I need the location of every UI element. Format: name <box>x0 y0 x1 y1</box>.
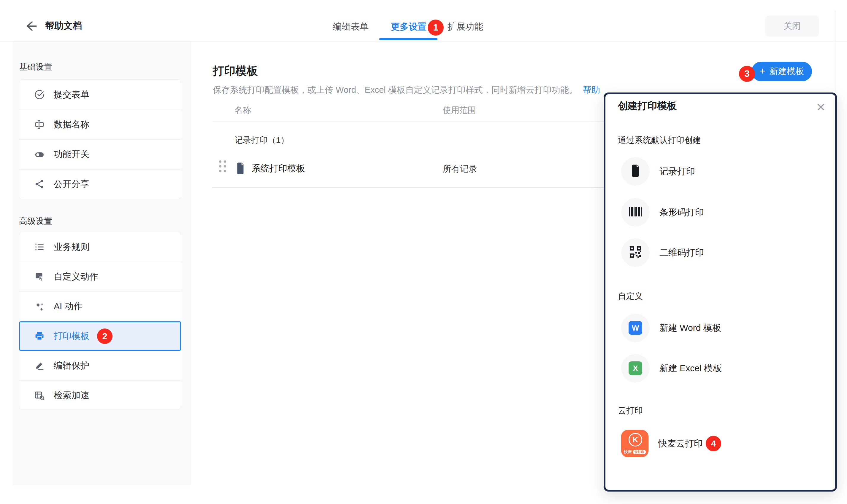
help-link[interactable]: 帮助 <box>583 85 600 94</box>
table-group-label: 记录打印（1） <box>235 134 289 146</box>
sidebar-item-label: 编辑保护 <box>54 360 89 372</box>
annotation-badge-2: 2 <box>97 328 113 344</box>
page-title: 帮助文档 <box>45 20 82 32</box>
toggle-icon <box>34 148 46 160</box>
rename-field-icon <box>34 119 46 130</box>
back-arrow-icon[interactable] <box>23 18 39 34</box>
kuaimai-app-icon: K 快麦 云打印 <box>621 430 649 457</box>
table-search-icon <box>34 390 46 401</box>
kuaimai-logo-caption: 快麦 云打印 <box>621 449 649 454</box>
barcode-icon-circle <box>621 198 650 227</box>
sidebar-item-custom-actions[interactable]: 自定义动作 <box>19 262 181 291</box>
excel-icon: X <box>628 361 642 375</box>
content-description: 保存系统打印配置模板，或上传 Word、Excel 模板自定义记录打印样式，同时… <box>213 84 600 96</box>
sidebar-item-feature-toggle[interactable]: 功能开关 <box>19 139 181 169</box>
content-title: 打印模板 <box>213 64 258 78</box>
tab-extensions[interactable]: 扩展功能 <box>448 21 483 33</box>
close-button[interactable]: 关闭 <box>765 16 819 36</box>
sidebar-item-label: 功能开关 <box>54 148 89 160</box>
modal-title: 创建打印模板 <box>618 99 677 113</box>
column-header-name: 名称 <box>235 105 251 116</box>
qrcode-icon <box>629 246 642 259</box>
drag-handle-icon[interactable] <box>219 160 226 175</box>
modal-item-qrcode-print[interactable]: 二维码打印 <box>621 238 817 267</box>
new-template-button[interactable]: + 新建模板 <box>751 62 812 81</box>
sidebar-item-ai-actions[interactable]: AI 动作 <box>19 291 181 321</box>
sparkles-icon <box>34 301 46 312</box>
sidebar-item-label: 业务规则 <box>54 241 89 253</box>
annotation-badge-1: 1 <box>428 20 444 36</box>
tab-edit-form[interactable]: 编辑表单 <box>333 21 368 33</box>
modal-item-word-template[interactable]: W 新建 Word 模板 <box>621 314 817 342</box>
record-print-icon-circle <box>621 157 650 185</box>
modal-section-cloud-print: 云打印 <box>618 405 643 416</box>
top-bar: 帮助文档 编辑表单 更多设置 扩展功能 1 关闭 <box>0 0 847 41</box>
excel-icon-circle: X <box>621 354 650 382</box>
sidebar-item-edit-protection[interactable]: 编辑保护 <box>19 351 181 380</box>
sidebar-card-basic: 提交表单 数据名称 功能开关 公开分享 <box>19 79 181 199</box>
sidebar-item-submit-form[interactable]: 提交表单 <box>19 80 181 110</box>
modal-item-label: 快麦云打印 <box>658 437 703 450</box>
sidebar-item-label: 检索加速 <box>54 389 89 401</box>
sidebar-item-search-acceleration[interactable]: 检索加速 <box>19 380 181 410</box>
list-icon <box>34 241 46 253</box>
sidebar-item-data-name[interactable]: 数据名称 <box>19 110 181 140</box>
check-circle-icon <box>34 89 46 101</box>
sidebar-section-basic: 基础设置 <box>19 61 52 73</box>
modal-section-custom: 自定义 <box>618 290 643 302</box>
app-window: 帮助文档 编辑表单 更多设置 扩展功能 1 关闭 基础设置 提交表单 数据名称 <box>0 0 847 504</box>
sidebar-section-advanced: 高级设置 <box>19 216 52 227</box>
table-row[interactable]: 系统打印模板 所有记录 <box>212 150 601 185</box>
annotation-badge-3: 3 <box>739 66 755 82</box>
modal-item-excel-template[interactable]: X 新建 Excel 模板 <box>621 354 817 382</box>
close-icon[interactable]: ✕ <box>813 100 829 115</box>
settings-sidebar: 基础设置 提交表单 数据名称 功能开关 <box>13 41 191 485</box>
cursor-action-icon <box>34 271 46 283</box>
description-text: 保存系统打印配置模板，或上传 Word、Excel 模板自定义记录打印样式，同时… <box>213 85 577 94</box>
template-scope: 所有记录 <box>443 163 477 175</box>
modal-item-label: 新建 Excel 模板 <box>659 362 722 375</box>
modal-item-label: 条形码打印 <box>659 206 704 218</box>
new-template-label: 新建模板 <box>770 66 804 77</box>
kuaimai-logo-letter: K <box>628 433 642 447</box>
modal-section-system-default: 通过系统默认打印创建 <box>618 134 701 146</box>
sidebar-card-advanced: 业务规则 自定义动作 AI 动作 打印模板 2 <box>19 232 181 410</box>
right-panel-divider <box>835 11 835 92</box>
document-icon <box>630 164 641 179</box>
barcode-icon <box>628 206 642 218</box>
sidebar-item-public-share[interactable]: 公开分享 <box>19 169 181 199</box>
annotation-badge-4: 4 <box>706 436 721 451</box>
sidebar-item-label: 数据名称 <box>54 119 89 131</box>
sidebar-item-business-rules[interactable]: 业务规则 <box>19 232 181 262</box>
sidebar-item-print-templates[interactable]: 打印模板 2 <box>19 321 181 351</box>
qrcode-icon-circle <box>621 238 650 267</box>
sidebar-item-label: 打印模板 <box>54 330 89 342</box>
tab-more-settings[interactable]: 更多设置 <box>391 21 427 33</box>
modal-item-kuaimai-cloud-print[interactable]: K 快麦 云打印 快麦云打印 4 <box>621 429 817 458</box>
share-icon <box>34 178 46 190</box>
column-header-scope: 使用范围 <box>443 105 476 116</box>
sidebar-item-label: 公开分享 <box>54 178 89 190</box>
printer-icon <box>34 330 46 342</box>
word-icon-circle: W <box>621 314 650 342</box>
modal-item-barcode-print[interactable]: 条形码打印 <box>621 198 817 227</box>
template-name: 系统打印模板 <box>252 162 305 175</box>
modal-item-label: 二维码打印 <box>659 247 704 259</box>
document-icon <box>235 162 246 176</box>
modal-item-label: 记录打印 <box>659 165 695 178</box>
active-tab-underline <box>379 38 437 40</box>
sidebar-item-label: AI 动作 <box>54 300 83 312</box>
modal-item-record-print[interactable]: 记录打印 <box>621 157 817 185</box>
pencil-icon <box>34 360 46 372</box>
sidebar-item-label: 自定义动作 <box>54 271 98 283</box>
sidebar-item-label: 提交表单 <box>54 89 89 101</box>
modal-item-label: 新建 Word 模板 <box>659 322 721 334</box>
word-icon: W <box>628 321 642 335</box>
create-print-template-modal: 创建打印模板 ✕ 通过系统默认打印创建 记录打印 条形码打印 <box>604 92 837 491</box>
plus-icon: + <box>759 65 765 77</box>
